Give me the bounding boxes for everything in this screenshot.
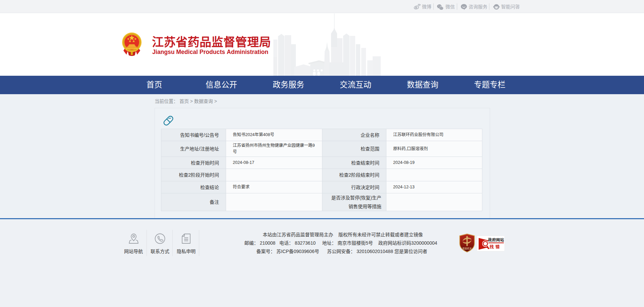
- svg-text:政府网站: 政府网站: [488, 238, 504, 242]
- svg-text:党政机关: 党政机关: [463, 247, 472, 250]
- svg-text:找错: 找错: [489, 244, 501, 249]
